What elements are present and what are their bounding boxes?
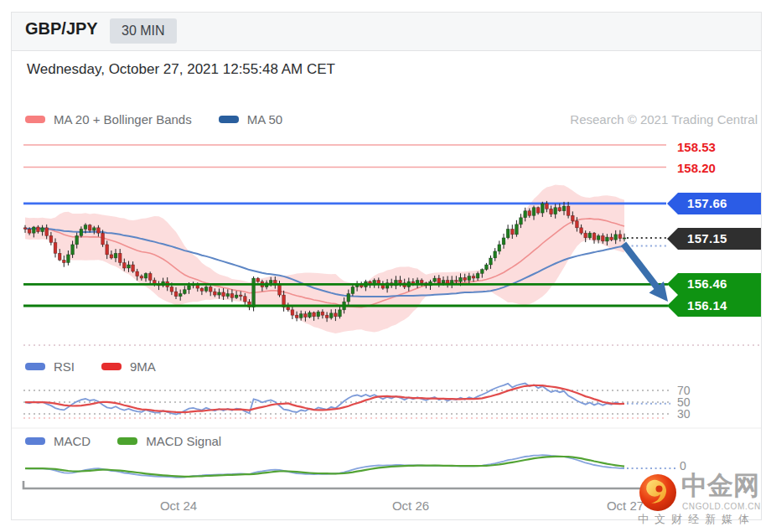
breakout-price-tag: 157.66 xyxy=(667,193,761,214)
legend-label: MA 20 + Bollinger Bands xyxy=(54,112,192,127)
ma20-bollinger-swatch-icon xyxy=(25,116,45,123)
cngold-tagline: 中文财经新媒体 xyxy=(638,512,770,527)
timeframe-badge[interactable]: 30 MIN xyxy=(110,18,177,44)
symbol-title: GBP/JPY xyxy=(25,19,98,39)
support-price-tag-1: 156.46 xyxy=(667,273,761,295)
legend-label: MACD xyxy=(54,434,91,448)
legend-item-9ma: 9MA xyxy=(101,359,156,374)
resistance-label-1: 158.53 xyxy=(677,140,761,154)
resistance-label-2: 158.20 xyxy=(677,161,761,175)
macd-swatch-icon xyxy=(25,437,45,445)
support-price-tag-2: 156.14 xyxy=(667,295,761,317)
research-credit: Research © 2021 Trading Central xyxy=(570,112,758,127)
rsi-swatch-icon xyxy=(25,363,45,370)
x-axis-label-oct26: Oct 26 xyxy=(386,498,436,513)
legend-item-ma50: MA 50 xyxy=(219,112,283,127)
rsi-legend: RSI 9MA xyxy=(25,359,174,374)
last-price-tag: 157.15 xyxy=(667,228,761,250)
legend-item-macd: MACD xyxy=(25,434,91,448)
legend-label: 9MA xyxy=(130,359,156,374)
main-chart-legend: MA 20 + Bollinger Bands MA 50 xyxy=(25,112,301,127)
ma50-swatch-icon xyxy=(219,116,239,123)
cngold-logo-icon xyxy=(639,473,677,512)
trading-central-chart-widget: GBP/JPY 30 MIN Wednesday, October 27, 20… xyxy=(0,0,771,532)
macd-signal-swatch-icon xyxy=(117,437,137,445)
x-axis-label-oct24: Oct 24 xyxy=(153,498,204,513)
cngold-domain: CNGOLD.COM.CN xyxy=(682,502,761,511)
legend-item-macd-signal: MACD Signal xyxy=(117,434,221,448)
legend-label: RSI xyxy=(54,359,75,374)
rsi-level-30: 30 xyxy=(677,407,711,421)
macd-legend: MACD MACD Signal xyxy=(25,434,240,448)
legend-label: MACD Signal xyxy=(146,434,221,448)
legend-item-rsi: RSI xyxy=(25,359,75,374)
rsi-9ma-swatch-icon xyxy=(101,363,122,370)
legend-label: MA 50 xyxy=(247,112,283,127)
chart-timestamp: Wednesday, October 27, 2021 12:55:48 AM … xyxy=(27,61,335,78)
cngold-site-name: 中金网 xyxy=(681,472,765,500)
legend-item-ma20-bollinger: MA 20 + Bollinger Bands xyxy=(25,112,192,127)
